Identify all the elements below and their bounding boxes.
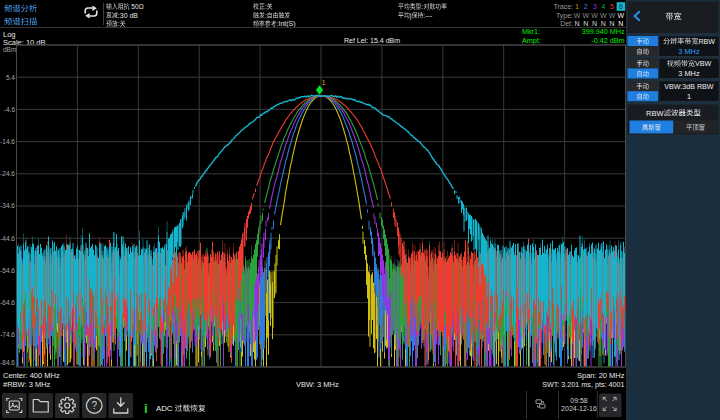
- svg-text:|: |: [410, 12, 412, 20]
- svg-text:dBm: dBm: [3, 46, 16, 53]
- svg-text:W: W: [574, 12, 581, 19]
- svg-text:Ref Lel: 15.4 dBm: Ref Lel: 15.4 dBm: [344, 37, 400, 44]
- svg-text:399.940 MHz: 399.940 MHz: [582, 27, 625, 36]
- svg-text:VBW: 3 MHz: VBW: 3 MHz: [296, 380, 339, 389]
- svg-text:Mkr1:: Mkr1:: [522, 27, 540, 36]
- svg-text:Ampt:: Ampt:: [522, 36, 541, 45]
- svg-text:W: W: [600, 12, 607, 19]
- svg-text:W: W: [591, 12, 598, 19]
- svg-text::: :: [118, 20, 120, 27]
- svg-text:Trace:: Trace:: [553, 3, 573, 10]
- svg-text:RBW: RBW: [699, 38, 716, 46]
- svg-text::: :: [422, 3, 424, 10]
- svg-text:50Ω: 50Ω: [131, 3, 143, 10]
- svg-text:-34.6: -34.6: [0, 202, 15, 209]
- svg-text:3 MHz: 3 MHz: [678, 69, 700, 78]
- svg-text:-4.6: -4.6: [4, 106, 16, 113]
- svg-text::30 dB: :30 dB: [118, 12, 139, 19]
- svg-text:ADC: ADC: [156, 404, 173, 413]
- svg-text:SWT: 3.201 ms, pts: 4001: SWT: 3.201 ms, pts: 4001: [542, 380, 624, 389]
- svg-text:-84.6: -84.6: [0, 359, 15, 366]
- svg-text::: :: [265, 3, 267, 10]
- svg-text:Type:: Type:: [556, 12, 573, 20]
- svg-text:1: 1: [575, 3, 579, 10]
- svg-text:N: N: [574, 20, 579, 27]
- svg-text:-14.6: -14.6: [0, 138, 15, 145]
- svg-text:3 MHz: 3 MHz: [678, 47, 700, 56]
- svg-text:3: 3: [593, 3, 597, 10]
- svg-text:Det:: Det:: [560, 20, 573, 27]
- svg-text:6: 6: [619, 3, 623, 10]
- svg-text:i: i: [144, 401, 148, 416]
- svg-text:09:58: 09:58: [570, 397, 588, 404]
- svg-text:-0.42 dBm: -0.42 dBm: [591, 36, 624, 45]
- svg-text:2024-12-16: 2024-12-16: [561, 405, 597, 412]
- svg-text:?: ?: [91, 400, 97, 411]
- svg-text:-74.6: -74.6: [0, 331, 15, 338]
- svg-text:-24.6: -24.6: [0, 170, 15, 177]
- svg-text:#RBW: 3 MHz: #RBW: 3 MHz: [3, 380, 51, 389]
- svg-text:-64.6: -64.6: [0, 299, 15, 306]
- svg-text:5.4: 5.4: [6, 74, 15, 81]
- svg-text:2: 2: [584, 3, 588, 10]
- svg-text:RBW: RBW: [646, 109, 664, 118]
- svg-text:W: W: [582, 12, 589, 19]
- svg-text:-44.6: -44.6: [0, 235, 15, 242]
- svg-text:W: W: [618, 12, 625, 19]
- svg-text::: :: [265, 12, 267, 19]
- svg-text:VBW: VBW: [695, 60, 711, 68]
- svg-text::---: :---: [423, 12, 433, 19]
- svg-text:1: 1: [687, 92, 691, 101]
- svg-text:W: W: [609, 12, 616, 19]
- svg-text:5: 5: [610, 3, 614, 10]
- svg-text:4: 4: [601, 3, 605, 10]
- svg-text:1: 1: [322, 78, 326, 87]
- svg-text:VBW:3dB RBW: VBW:3dB RBW: [664, 83, 713, 91]
- svg-text:-54.6: -54.6: [0, 267, 15, 274]
